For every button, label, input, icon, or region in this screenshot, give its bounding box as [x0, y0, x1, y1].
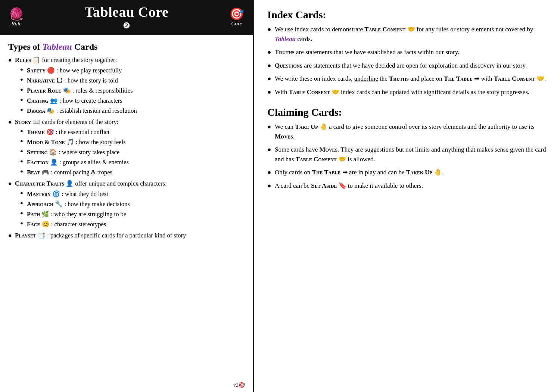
mood-label: Mood & Tone	[27, 139, 65, 146]
setting-desc: : where story takes place	[59, 149, 119, 156]
claiming-item-2: Some cards have Moves. They are suggesti…	[267, 145, 549, 164]
path-icon: 🌿	[41, 211, 49, 218]
tableau-ref-1: Tableau	[275, 35, 296, 43]
approach-item: Approach 🔧 : how they make decisions	[20, 200, 245, 209]
footer-left: v2 🎯	[0, 380, 253, 392]
beat-item: Beat 🎮 : control pacing & tropes	[20, 168, 245, 177]
claiming-cards-title-text: Claiming Cards:	[267, 106, 342, 118]
player-role-icon: 🎭	[63, 87, 71, 94]
moves-2: Moves	[319, 146, 337, 153]
player-role-desc: : roles & responsibilities	[72, 87, 133, 94]
beat-icon: 🎮	[41, 169, 49, 176]
approach-label: Approach	[27, 200, 53, 208]
char-traits-label: Character Traits	[15, 180, 64, 187]
the-table-ref-2: The Table	[312, 169, 341, 176]
truths-ref: Truths	[389, 75, 409, 82]
claiming-item-3: Only cards on The Table ➡ are in play an…	[267, 168, 549, 177]
rules-item: Rules 📋 for creating the story together:…	[8, 56, 245, 115]
index-item-4: We write these on index cards, underline…	[267, 74, 549, 84]
right-panel: Index Cards: We use index cards to demon…	[254, 0, 560, 392]
narrative-label: Narrative	[27, 77, 55, 84]
taken-up-ref: Taken Up	[406, 169, 432, 176]
truths-label: Truths	[275, 49, 295, 56]
playset-label: Playset	[15, 232, 36, 239]
casting-icon: 👥	[50, 97, 58, 104]
casting-desc: : how to create characters	[59, 97, 122, 104]
header-right: 🎯 Core	[229, 8, 244, 27]
left-panel: 🧶 Rule Tableau Core ❷ 🎯 Core Types of Ta…	[0, 0, 254, 392]
beat-label: Beat	[27, 169, 40, 176]
story-sublist: Theme 🎯 : the essential conflict Mood & …	[20, 128, 245, 177]
theme-icon: 🎯	[46, 128, 54, 136]
table-consent-3: Table Consent	[289, 88, 330, 96]
types-title-pre: Types of	[8, 42, 43, 52]
theme-label: Theme	[27, 128, 45, 136]
index-item-3: Questions are statements that we have de…	[267, 61, 549, 71]
index-item-1: We use index cards to demonstrate Table …	[267, 25, 549, 44]
drama-label: Drama	[27, 107, 45, 114]
char-traits-desc: offer unique and complex characters:	[75, 180, 167, 187]
set-aside-ref: Set Aside	[311, 182, 337, 189]
safety-icon: 🔴	[47, 67, 55, 74]
questions-label: Questions	[275, 62, 302, 69]
player-role-item: Player Role 🎭 : roles & responsibilities	[20, 86, 245, 95]
playset-icon: 📑	[38, 232, 46, 239]
path-label: Path	[27, 211, 40, 218]
story-icon: 📖	[32, 118, 40, 125]
story-label: Story	[15, 118, 31, 125]
drama-item: Drama 🎭 : establish tension and resoluti…	[20, 106, 245, 115]
header: 🧶 Rule Tableau Core ❷ 🎯 Core	[0, 0, 253, 35]
types-title-post: Cards	[72, 42, 98, 52]
casting-item: Casting 👥 : how to create characters	[20, 96, 245, 105]
mood-desc: : how the story feels	[76, 139, 126, 146]
setting-item: Setting 🏠 : where story takes place	[20, 148, 245, 157]
take-up-1: Take Up	[295, 123, 318, 130]
footer-icon: 🎯	[239, 382, 245, 388]
safety-item: Safety 🔴 : how we play respectfully	[20, 66, 245, 75]
main-title: Tableau Core	[24, 4, 229, 20]
faction-item: Faction 👤 : groups as allies & enemies	[20, 158, 245, 167]
setting-icon: 🏠	[49, 149, 57, 156]
mastery-label: Mastery	[27, 190, 51, 197]
main-list: Rules 📋 for creating the story together:…	[8, 56, 245, 240]
mastery-icon: 🌀	[52, 190, 60, 197]
face-item: Face 😊 : character stereotypes	[20, 220, 245, 229]
drama-desc: : establish tension and resolution	[56, 107, 137, 114]
narrative-icon: 🎞	[56, 77, 63, 84]
drama-icon: 🎭	[47, 107, 55, 114]
approach-icon: 🔧	[55, 200, 63, 208]
core-label: Core	[231, 21, 242, 27]
types-title: Types of Tableau Cards	[8, 42, 245, 52]
rule-icon: 🧶	[9, 8, 24, 20]
table-consent-4: Table Consent	[296, 156, 337, 163]
index-cards-title: Index Cards:	[267, 9, 549, 21]
safety-label: Safety	[27, 67, 46, 74]
theme-item: Theme 🎯 : the essential conflict	[20, 128, 245, 137]
mood-item: Mood & Tone 🎵 : how the story feels	[20, 138, 245, 147]
faction-label: Faction	[27, 159, 49, 166]
setting-label: Setting	[27, 149, 48, 156]
playset-desc: : packages of specific cards for a parti…	[47, 232, 186, 239]
face-icon: 😊	[42, 221, 50, 228]
story-item: Story 📖 cards for elements of the story:…	[8, 118, 245, 177]
faction-icon: 👤	[50, 159, 58, 166]
casting-label: Casting	[27, 97, 49, 104]
index-item-2: Truths are statements that we have estab…	[267, 47, 549, 57]
header-left: 🧶 Rule	[9, 8, 24, 27]
tableau-word: Tableau	[43, 42, 72, 52]
index-cards-title-text: Index Cards:	[267, 9, 326, 21]
player-role-label: Player Role	[27, 87, 61, 94]
faction-desc: : groups as allies & enemies	[59, 159, 129, 166]
rules-label: Rules	[15, 56, 31, 63]
rule-label: Rule	[11, 21, 22, 27]
left-content: Types of Tableau Cards Rules 📋 for creat…	[0, 35, 253, 380]
safety-desc: : how we play respectfully	[56, 67, 122, 74]
header-center: Tableau Core ❷	[24, 4, 229, 31]
version-label: v2	[233, 382, 239, 388]
face-label: Face	[27, 221, 40, 228]
rules-icon: 📋	[32, 56, 40, 63]
index-list: We use index cards to demonstrate Table …	[267, 25, 549, 100]
table-consent-2: Table Consent	[494, 75, 535, 82]
rules-sublist: Safety 🔴 : how we play respectfully Narr…	[20, 66, 245, 115]
header-number: ❷	[24, 21, 229, 31]
